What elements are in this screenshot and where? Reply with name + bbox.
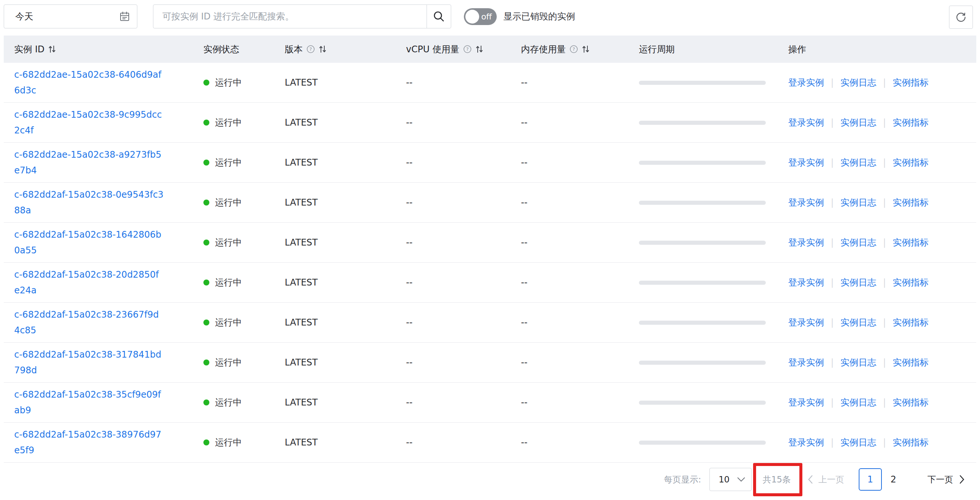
action-instance-logs[interactable]: 实例日志 <box>840 196 876 209</box>
action-instance-logs[interactable]: 实例日志 <box>840 117 876 129</box>
action-instance-logs[interactable]: 实例日志 <box>840 436 876 449</box>
action-login-instance[interactable]: 登录实例 <box>788 396 824 409</box>
action-instance-metrics[interactable]: 实例指标 <box>892 276 929 289</box>
action-separator: | <box>883 77 886 88</box>
col-header-actions: 操作 <box>788 43 976 55</box>
sort-arrows-icon[interactable] <box>319 45 326 53</box>
instance-id-link[interactable]: c-682dd2af-15a02c38-0e9543fc388a <box>14 187 164 218</box>
date-value: 今天 <box>15 10 119 22</box>
action-instance-logs[interactable]: 实例日志 <box>840 157 876 169</box>
col-header-vcpu[interactable]: vCPU 使用量 ? <box>406 43 521 55</box>
action-instance-metrics[interactable]: 实例指标 <box>892 236 929 249</box>
sort-arrows-icon[interactable] <box>476 45 483 53</box>
instance-id-link[interactable]: c-682dd2ae-15a02c38-a9273fb5e7b4 <box>14 147 164 178</box>
status-label: 运行中 <box>215 436 242 449</box>
action-login-instance[interactable]: 登录实例 <box>788 436 824 449</box>
sort-arrows-icon[interactable] <box>48 45 56 53</box>
instance-id-link[interactable]: c-682dd2af-15a02c38-38976d97e5f9 <box>14 427 164 458</box>
status-label: 运行中 <box>215 396 242 409</box>
memory-value: -- <box>521 157 639 168</box>
page-button-2[interactable]: 2 <box>882 468 905 490</box>
vcpu-value: -- <box>406 117 521 128</box>
page-button-1[interactable]: 1 <box>859 468 882 490</box>
action-instance-metrics[interactable]: 实例指标 <box>892 196 929 209</box>
status-running-dot <box>204 200 209 206</box>
col-header-instance-id[interactable]: 实例 ID <box>4 43 204 55</box>
col-header-version[interactable]: 版本 ? <box>285 43 406 55</box>
version-value: LATEST <box>285 157 406 168</box>
action-instance-logs[interactable]: 实例日志 <box>840 356 876 369</box>
prev-page-button[interactable]: 上一页 <box>808 474 844 486</box>
action-separator: | <box>831 317 834 328</box>
action-login-instance[interactable]: 登录实例 <box>788 356 824 369</box>
action-instance-logs[interactable]: 实例日志 <box>840 77 876 89</box>
table-body: c-682dd2ae-15a02c38-6406d9af6d3c 运行中 LAT… <box>4 63 976 463</box>
status-running-dot <box>204 439 209 446</box>
table-row: c-682dd2af-15a02c38-0e9543fc388a 运行中 LAT… <box>4 183 976 223</box>
instance-id-link[interactable]: c-682dd2af-15a02c38-20d2850fe24a <box>14 267 164 298</box>
next-page-button[interactable]: 下一页 <box>928 474 965 486</box>
status-running-dot <box>204 120 209 126</box>
search-input[interactable] <box>153 5 427 29</box>
action-instance-metrics[interactable]: 实例指标 <box>892 396 929 409</box>
action-separator: | <box>883 317 886 328</box>
show-destroyed-toggle[interactable]: off <box>464 8 497 25</box>
action-instance-logs[interactable]: 实例日志 <box>840 276 876 289</box>
date-range-picker[interactable]: 今天 <box>4 5 137 29</box>
search-button[interactable] <box>426 5 451 29</box>
page-size-select[interactable]: 10 <box>710 468 752 491</box>
action-instance-metrics[interactable]: 实例指标 <box>892 157 929 169</box>
version-value: LATEST <box>285 317 406 328</box>
refresh-icon <box>955 11 967 23</box>
action-login-instance[interactable]: 登录实例 <box>788 157 824 169</box>
action-separator: | <box>831 117 834 128</box>
instance-id-link[interactable]: c-682dd2af-15a02c38-317841bd798d <box>14 347 164 378</box>
action-instance-logs[interactable]: 实例日志 <box>840 316 876 329</box>
status-running-dot <box>204 80 209 86</box>
vcpu-value: -- <box>406 317 521 328</box>
chevron-right-icon <box>959 475 965 484</box>
action-login-instance[interactable]: 登录实例 <box>788 77 824 89</box>
sort-arrows-icon[interactable] <box>582 45 590 53</box>
status-running-dot <box>204 319 209 326</box>
action-instance-metrics[interactable]: 实例指标 <box>892 77 929 89</box>
status-running-dot <box>204 280 209 286</box>
instance-id-link[interactable]: c-682dd2ae-15a02c38-6406d9af6d3c <box>14 67 164 98</box>
action-separator: | <box>883 237 886 248</box>
next-page-label: 下一页 <box>928 474 953 486</box>
action-login-instance[interactable]: 登录实例 <box>788 316 824 329</box>
action-separator: | <box>883 437 886 448</box>
pagination-bar: 每页显示: 10 共15条 上一页 1 2 下一页 <box>0 463 980 500</box>
action-instance-logs[interactable]: 实例日志 <box>840 236 876 249</box>
vcpu-value: -- <box>406 157 521 168</box>
run-cycle-bar <box>639 161 766 165</box>
action-instance-metrics[interactable]: 实例指标 <box>892 356 929 369</box>
action-instance-metrics[interactable]: 实例指标 <box>892 117 929 129</box>
version-value: LATEST <box>285 357 406 368</box>
question-circle-icon[interactable]: ? <box>570 45 578 53</box>
action-separator: | <box>831 397 834 408</box>
instance-id-link[interactable]: c-682dd2af-15a02c38-35cf9e09fab9 <box>14 387 164 418</box>
action-login-instance[interactable]: 登录实例 <box>788 117 824 129</box>
svg-text:?: ? <box>573 46 575 52</box>
col-header-status: 实例状态 <box>204 43 285 55</box>
action-separator: | <box>831 357 834 368</box>
instance-id-link[interactable]: c-682dd2af-15a02c38-1642806b0a55 <box>14 227 164 258</box>
instance-id-link[interactable]: c-682dd2af-15a02c38-23667f9d4c85 <box>14 307 164 338</box>
table-row: c-682dd2ae-15a02c38-6406d9af6d3c 运行中 LAT… <box>4 63 976 103</box>
vcpu-value: -- <box>406 437 521 448</box>
instance-id-link[interactable]: c-682dd2ae-15a02c38-9c995dcc2c4f <box>14 107 164 138</box>
action-instance-metrics[interactable]: 实例指标 <box>892 316 929 329</box>
question-circle-icon[interactable]: ? <box>463 45 472 53</box>
action-instance-metrics[interactable]: 实例指标 <box>892 436 929 449</box>
question-circle-icon[interactable]: ? <box>306 45 315 53</box>
action-instance-logs[interactable]: 实例日志 <box>840 396 876 409</box>
refresh-button[interactable] <box>949 6 973 29</box>
action-login-instance[interactable]: 登录实例 <box>788 196 824 209</box>
table-row: c-682dd2af-15a02c38-38976d97e5f9 运行中 LAT… <box>4 423 976 463</box>
col-header-memory[interactable]: 内存使用量 ? <box>521 43 639 55</box>
action-login-instance[interactable]: 登录实例 <box>788 276 824 289</box>
action-login-instance[interactable]: 登录实例 <box>788 236 824 249</box>
vcpu-value: -- <box>406 357 521 368</box>
search-group <box>153 5 451 29</box>
